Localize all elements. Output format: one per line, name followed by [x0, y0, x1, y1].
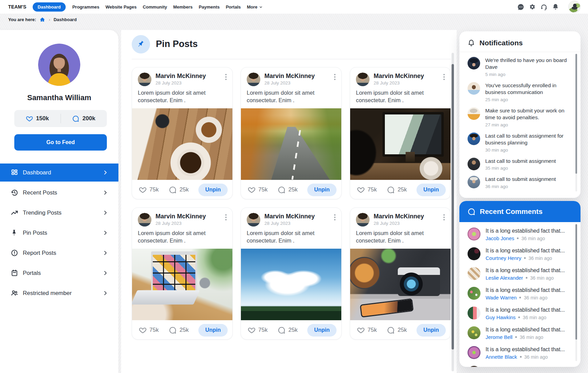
- more-options-icon[interactable]: [443, 73, 445, 86]
- main-scrollbar-thumb[interactable]: [452, 64, 454, 349]
- go-to-feed-button[interactable]: Go to Feed: [14, 134, 107, 151]
- heart-icon: [357, 186, 365, 194]
- unpin-button[interactable]: Unpin: [198, 184, 228, 196]
- more-options-icon[interactable]: [443, 213, 445, 227]
- settings-icon[interactable]: [529, 3, 536, 11]
- unpin-button[interactable]: Unpin: [307, 324, 337, 337]
- notification-item[interactable]: We're thrilled to have you on board Dave…: [468, 57, 567, 77]
- heart-icon: [248, 326, 256, 334]
- sidebar-item-dashboard[interactable]: Dashboard: [0, 164, 118, 182]
- post-date: 28 July 2023: [264, 221, 315, 226]
- comment-avatar: [468, 366, 480, 367]
- notifications-icon[interactable]: [552, 3, 559, 11]
- comment-stat[interactable]: 25k: [387, 186, 407, 194]
- breadcrumb-prefix: You are here:: [8, 17, 36, 22]
- comment-time: 36 min ago: [523, 315, 546, 320]
- nav-item-more[interactable]: More: [247, 4, 263, 10]
- likes-count: 150k: [36, 115, 49, 122]
- comment-stat[interactable]: 25k: [169, 326, 189, 334]
- sidebar-item-label: Pin Posts: [23, 230, 47, 236]
- notifications-scrollbar-thumb[interactable]: [575, 54, 577, 174]
- sidebar-item-restricted-member[interactable]: Restricted member: [0, 284, 118, 302]
- notification-item[interactable]: You've successfully enrolled in business…: [468, 82, 567, 102]
- comment-author-link[interactable]: Wade Warren: [486, 295, 517, 300]
- comment-stat[interactable]: 25k: [278, 186, 297, 194]
- nav-item-portals[interactable]: Portals: [226, 4, 241, 10]
- comment-author-link[interactable]: Jacob Jones: [486, 235, 514, 241]
- comments-scrollbar-thumb[interactable]: [575, 224, 577, 340]
- pin-posts-icon: [9, 227, 20, 238]
- recent-comments-header: Recent Comments: [459, 201, 581, 222]
- pin-posts-header-icon-circle: [132, 35, 150, 53]
- post-date: 28 July 2023: [156, 80, 206, 86]
- more-options-icon[interactable]: [225, 213, 227, 227]
- comment-avatar: [468, 287, 480, 300]
- nav-item-website-pages[interactable]: Website Pages: [105, 4, 137, 10]
- unpin-button[interactable]: Unpin: [198, 324, 228, 337]
- notification-item[interactable]: Make sure to submit your work on time to…: [468, 107, 567, 127]
- comment-stat[interactable]: 25k: [278, 326, 297, 334]
- comment-text: It is a long established fact that...: [486, 307, 565, 313]
- comment-text: It is a long established fact that...: [486, 326, 565, 333]
- comment-icon: [468, 208, 475, 216]
- unpin-button[interactable]: Unpin: [307, 184, 337, 196]
- notification-avatar: [468, 158, 480, 170]
- notification-text: Last call to submit assignment: [485, 158, 556, 165]
- sidebar-item-pin-posts[interactable]: Pin Posts: [0, 224, 118, 242]
- comment-item: It is a long established fact that... An…: [468, 346, 567, 360]
- sidebar-item-label: Restricted member: [23, 290, 72, 297]
- comment-author-link[interactable]: Leslie Alexander: [486, 275, 523, 281]
- comment-author-link[interactable]: Jerome Bell: [486, 334, 512, 340]
- notification-avatar: [468, 133, 480, 145]
- brand-logo: TEAM'S: [8, 4, 27, 10]
- comment-author-link[interactable]: Courtney Henry: [486, 255, 521, 261]
- support-icon[interactable]: [540, 3, 548, 11]
- nav-item-members[interactable]: Members: [173, 4, 193, 10]
- sidebar-item-recent-posts[interactable]: Recent Posts: [0, 184, 118, 202]
- sidebar-item-portals[interactable]: Portals: [0, 264, 118, 282]
- messages-icon[interactable]: [517, 3, 524, 11]
- notification-avatar: [468, 176, 480, 188]
- comment-item: It is a long established fact that... Wa…: [468, 287, 567, 300]
- post-author: Marvin McKinney: [156, 73, 206, 80]
- sidebar-item-label: Portals: [23, 270, 41, 277]
- post-text: Lorem ipsum dolor sit amet consectetur. …: [247, 230, 328, 245]
- main-content: Pin Posts Marvin McKinney28 July 2023 Lo…: [121, 30, 457, 373]
- like-stat[interactable]: 75k: [357, 326, 377, 334]
- like-stat[interactable]: 75k: [139, 186, 159, 194]
- more-options-icon[interactable]: [333, 213, 336, 227]
- post-card: Marvin McKinney28 July 2023 Lorem ipsum …: [241, 207, 342, 340]
- home-icon[interactable]: [39, 17, 45, 22]
- heart-icon: [26, 115, 33, 122]
- notification-avatar: [468, 82, 480, 95]
- notification-time: 25 min ago: [485, 97, 567, 102]
- nav-item-payments[interactable]: Payments: [199, 4, 219, 10]
- notification-time: 5 min ago: [485, 72, 567, 77]
- notification-item[interactable]: Last call to submit assignment for busin…: [468, 133, 567, 153]
- sidebar-item-report-posts[interactable]: Report Posts: [0, 244, 118, 262]
- post-author-avatar: [356, 73, 370, 86]
- comment-text: It is a long established fact that...: [486, 228, 565, 234]
- post-card: Marvin McKinney28 July 2023 Lorem ipsum …: [350, 207, 451, 340]
- sidebar-item-trending-posts[interactable]: Trending Posts: [0, 204, 118, 222]
- nav-item-community[interactable]: Community: [143, 4, 167, 10]
- unpin-button[interactable]: Unpin: [416, 184, 446, 196]
- notification-item[interactable]: Last call to submit assignment 35 min ag…: [468, 158, 567, 171]
- like-stat[interactable]: 75k: [248, 186, 267, 194]
- like-stat[interactable]: 75k: [139, 326, 159, 334]
- more-options-icon[interactable]: [333, 73, 336, 86]
- comment-author-link[interactable]: Annette Black: [486, 354, 517, 360]
- unpin-button[interactable]: Unpin: [416, 324, 446, 337]
- comment-author-link[interactable]: Guy Hawkins: [486, 314, 516, 320]
- profile-avatar[interactable]: [38, 44, 80, 86]
- nav-item-dashboard[interactable]: Dashboard: [33, 2, 66, 12]
- like-stat[interactable]: 75k: [248, 326, 267, 334]
- comment-stat[interactable]: 25k: [169, 186, 189, 194]
- user-avatar[interactable]: [568, 1, 581, 13]
- notification-item[interactable]: Last call to submit assignment 36 min ag…: [468, 176, 567, 189]
- dot-separator: [518, 316, 520, 318]
- like-stat[interactable]: 75k: [357, 186, 377, 194]
- more-options-icon[interactable]: [225, 73, 227, 86]
- comment-stat[interactable]: 25k: [387, 326, 407, 334]
- nav-item-programmes[interactable]: Programmes: [72, 4, 99, 10]
